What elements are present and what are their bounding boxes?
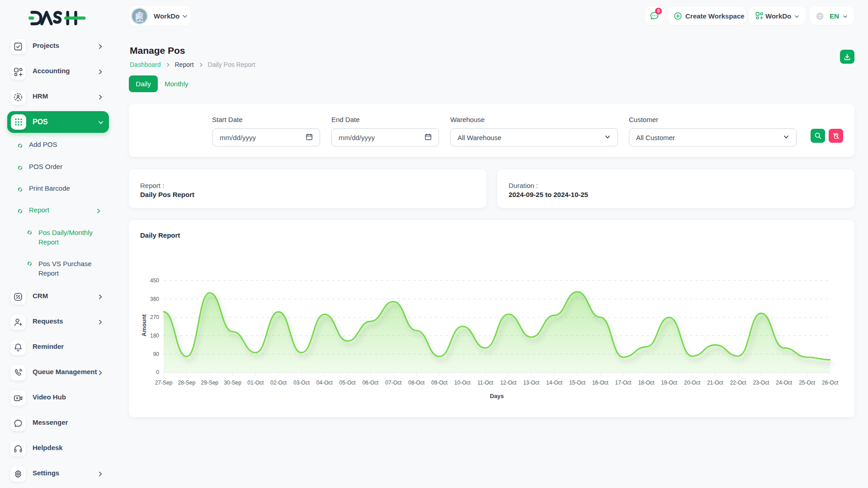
svg-text:08-Oct: 08-Oct [408, 380, 425, 386]
svg-text:22-Oct: 22-Oct [730, 380, 747, 386]
svg-text:360: 360 [150, 296, 159, 302]
svg-text:01-Oct: 01-Oct [247, 380, 264, 386]
svg-text:07-Oct: 07-Oct [385, 380, 402, 386]
svg-text:05-Oct: 05-Oct [340, 380, 356, 386]
svg-text:10-Oct: 10-Oct [454, 380, 471, 386]
svg-text:27-Sep: 27-Sep [155, 380, 173, 386]
svg-text:20-Oct: 20-Oct [684, 380, 701, 386]
svg-text:28-Sep: 28-Sep [178, 380, 195, 386]
svg-text:25-Oct: 25-Oct [799, 380, 816, 386]
svg-text:03-Oct: 03-Oct [293, 380, 310, 386]
svg-text:29-Sep: 29-Sep [201, 380, 218, 386]
svg-text:21-Oct: 21-Oct [707, 380, 724, 386]
svg-text:Days: Days [490, 393, 504, 399]
svg-text:16-Oct: 16-Oct [592, 380, 609, 386]
svg-text:180: 180 [150, 333, 159, 339]
svg-text:18-Oct: 18-Oct [638, 380, 655, 386]
svg-text:06-Oct: 06-Oct [362, 380, 379, 386]
svg-text:02-Oct: 02-Oct [270, 380, 287, 386]
svg-text:12-Oct: 12-Oct [500, 380, 517, 386]
svg-text:09-Oct: 09-Oct [431, 380, 448, 386]
svg-text:24-Oct: 24-Oct [776, 380, 793, 386]
svg-text:90: 90 [153, 351, 160, 357]
svg-text:26-Oct: 26-Oct [822, 380, 839, 386]
svg-text:23-Oct: 23-Oct [753, 380, 769, 386]
svg-text:270: 270 [150, 314, 159, 320]
svg-text:11-Oct: 11-Oct [477, 380, 494, 386]
svg-text:19-Oct: 19-Oct [661, 380, 678, 386]
svg-text:13-Oct: 13-Oct [523, 380, 540, 386]
svg-text:04-Oct: 04-Oct [316, 380, 333, 386]
svg-text:30-Sep: 30-Sep [224, 380, 241, 386]
svg-text:Amount: Amount [141, 314, 147, 337]
svg-text:14-Oct: 14-Oct [546, 380, 563, 386]
svg-text:17-Oct: 17-Oct [615, 380, 632, 386]
svg-text:450: 450 [150, 277, 159, 284]
svg-text:15-Oct: 15-Oct [569, 380, 586, 386]
svg-text:0: 0 [156, 369, 159, 375]
